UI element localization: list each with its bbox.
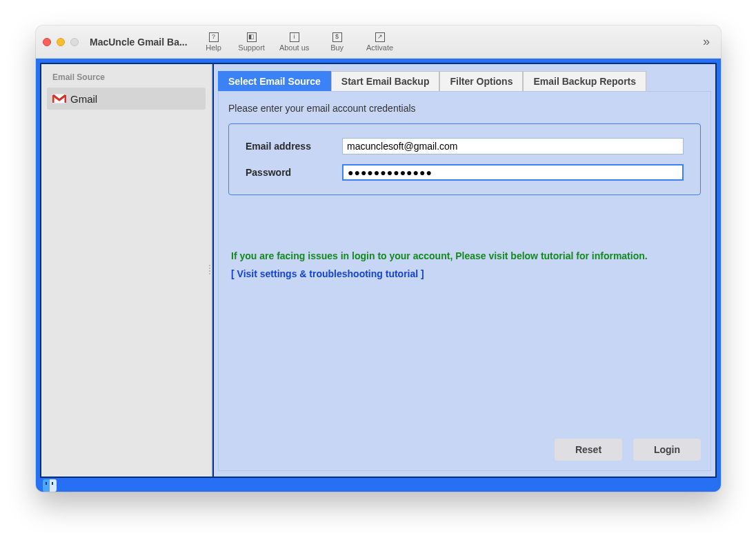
- activate-button[interactable]: ↗ Activate: [359, 28, 401, 56]
- reset-button[interactable]: Reset: [555, 439, 622, 461]
- titlebar: MacUncle Gmail Ba... ? Help ◧ Support i …: [36, 26, 721, 59]
- body: Email Source Gmail: [36, 59, 721, 492]
- sidebar-resize-handle[interactable]: [208, 262, 212, 279]
- finder-icon[interactable]: [43, 479, 57, 492]
- sidebar-title: Email Source: [47, 70, 206, 88]
- traffic-lights: [43, 38, 79, 46]
- help-button[interactable]: ? Help: [197, 28, 230, 56]
- gmail-icon: [52, 94, 66, 103]
- buy-button[interactable]: $ Buy: [316, 28, 359, 56]
- overflow-icon[interactable]: »: [699, 30, 714, 53]
- about-icon: i: [290, 32, 299, 42]
- help-message: If you are facing issues in login to you…: [228, 250, 701, 268]
- toolbar-label: Support: [238, 43, 265, 52]
- instructions-text: Please enter your email account credenti…: [228, 103, 701, 114]
- app-window: MacUncle Gmail Ba... ? Help ◧ Support i …: [36, 26, 721, 492]
- sidebar: Email Source Gmail: [41, 64, 212, 477]
- sidebar-item-gmail[interactable]: Gmail: [47, 88, 206, 110]
- tab-bar: Select Email Source Start Email Backup F…: [214, 64, 715, 91]
- tab-label: Start Email Backup: [341, 76, 430, 87]
- email-label: Email address: [246, 141, 335, 152]
- toolbar-label: Help: [206, 43, 221, 52]
- toolbar-label: About us: [279, 43, 309, 52]
- tab-start-email-backup[interactable]: Start Email Backup: [331, 71, 440, 91]
- buy-icon: $: [332, 32, 342, 42]
- minimize-icon[interactable]: [57, 38, 65, 46]
- about-button[interactable]: i About us: [273, 28, 316, 56]
- activate-icon: ↗: [375, 32, 385, 42]
- credentials-box: Email address Password: [228, 123, 701, 195]
- tab-email-backup-reports[interactable]: Email Backup Reports: [523, 71, 646, 91]
- action-row: Reset Login: [228, 425, 701, 461]
- toolbar-label: Buy: [330, 43, 344, 52]
- email-input[interactable]: [342, 138, 684, 154]
- sidebar-item-label: Gmail: [70, 93, 97, 105]
- help-icon: ?: [209, 32, 219, 42]
- footer-bar: [40, 478, 717, 492]
- login-button[interactable]: Login: [633, 439, 701, 461]
- troubleshoot-link[interactable]: [ Visit settings & troubleshooting tutor…: [228, 268, 701, 279]
- body-inner: Email Source Gmail: [40, 63, 717, 478]
- support-icon: ◧: [247, 32, 257, 42]
- tab-filter-options[interactable]: Filter Options: [439, 71, 523, 91]
- toolbar-label: Activate: [366, 43, 393, 52]
- tab-label: Select Email Source: [228, 76, 321, 87]
- tab-select-email-source[interactable]: Select Email Source: [218, 71, 331, 91]
- tab-content: Please enter your email account credenti…: [218, 91, 711, 471]
- close-icon[interactable]: [43, 38, 51, 46]
- toolbar: ? Help ◧ Support i About us $ Buy ↗ Acti…: [197, 28, 401, 56]
- tab-label: Filter Options: [450, 76, 513, 87]
- password-label: Password: [246, 167, 335, 178]
- maximize-icon[interactable]: [70, 38, 79, 46]
- tab-label: Email Backup Reports: [533, 76, 636, 87]
- main-panel: Select Email Source Start Email Backup F…: [212, 64, 715, 477]
- app-title: MacUncle Gmail Ba...: [90, 37, 188, 48]
- support-button[interactable]: ◧ Support: [230, 28, 273, 56]
- password-input[interactable]: [342, 164, 684, 181]
